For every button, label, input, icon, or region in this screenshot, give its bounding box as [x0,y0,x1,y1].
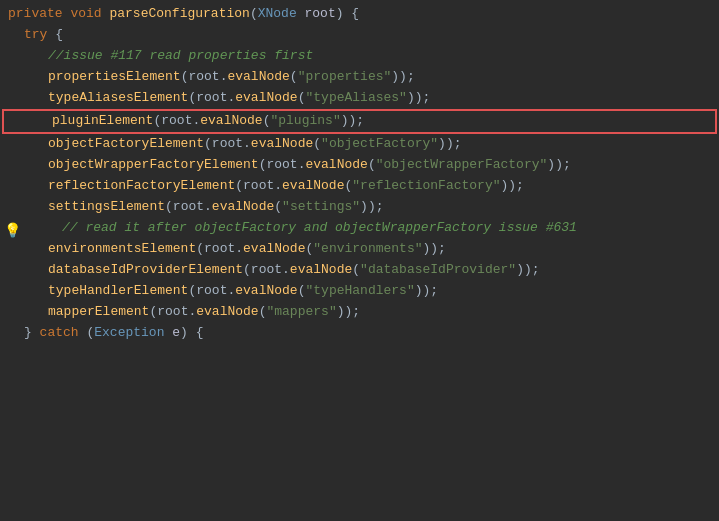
plain-5b: ( [298,88,306,109]
keyword-void: void [70,4,109,25]
method-environmentsElement: environmentsElement [48,239,196,260]
string-reflectionFactory: "reflectionFactory" [352,176,500,197]
code-line-8: objectWrapperFactoryElement(root.evalNod… [0,155,719,176]
plain-6b: ( [263,111,271,132]
method-mapperElement: mapperElement [48,302,149,323]
plain-14c: )); [415,281,438,302]
plain-4c: )); [391,67,414,88]
plain-13b: ( [352,260,360,281]
method-evalNode-9: evalNode [282,176,344,197]
type-exception: Exception [94,323,172,344]
string-databaseIdProvider: "databaseIdProvider" [360,260,516,281]
code-line-16: } catch (Exception e) { [0,323,719,344]
brace-close: } [24,323,40,344]
plain-9b: ( [344,176,352,197]
method-reflectionFactoryElement: reflectionFactoryElement [48,176,235,197]
method-evalNode-4: evalNode [227,67,289,88]
paren-catch-open: ( [86,323,94,344]
code-line-2: try { [0,25,719,46]
method-evalNode-7: evalNode [251,134,313,155]
method-pluginElement: pluginElement [52,111,153,132]
plain-15c: )); [337,302,360,323]
code-editor: private void parseConfiguration(XNode ro… [0,0,719,521]
plain-8a: (root. [259,155,306,176]
param-root: root [305,4,336,25]
string-objectFactory: "objectFactory" [321,134,438,155]
plain-10b: ( [274,197,282,218]
keyword-catch: catch [40,323,87,344]
plain-9a: (root. [235,176,282,197]
plain-15a: (root. [149,302,196,323]
code-line-14: typeHandlerElement(root.evalNode("typeHa… [0,281,719,302]
method-databaseIdProviderElement: databaseIdProviderElement [48,260,243,281]
string-plugins: "plugins" [270,111,340,132]
method-objectFactoryElement: objectFactoryElement [48,134,204,155]
paren-open-1: ( [250,4,258,25]
string-mappers: "mappers" [266,302,336,323]
keyword-private: private [8,4,70,25]
plain-10c: )); [360,197,383,218]
method-objectWrapperFactoryElement: objectWrapperFactoryElement [48,155,259,176]
keyword-try: try [24,25,47,46]
method-settingsElement: settingsElement [48,197,165,218]
plain-15b: ( [259,302,267,323]
code-line-13: databaseIdProviderElement(root.evalNode(… [0,260,719,281]
plain-5a: (root. [188,88,235,109]
method-propertiesElement: propertiesElement [48,67,181,88]
string-environments: "environments" [313,239,422,260]
plain-4b: ( [290,67,298,88]
plain-9c: )); [501,176,524,197]
code-line-15: mapperElement(root.evalNode("mappers")); [0,302,719,323]
string-settings: "settings" [282,197,360,218]
code-line-1: private void parseConfiguration(XNode ro… [0,4,719,25]
method-evalNode-14: evalNode [235,281,297,302]
plain-6a: (root. [153,111,200,132]
method-typeAliasesElement: typeAliasesElement [48,88,188,109]
plain-4a: (root. [181,67,228,88]
method-typeHandlerElement: typeHandlerElement [48,281,188,302]
code-line-10: settingsElement(root.evalNode("settings"… [0,197,719,218]
plain-12c: )); [423,239,446,260]
string-objectWrapperFactory: "objectWrapperFactory" [376,155,548,176]
paren-close-1: ) { [336,4,359,25]
method-evalNode-6: evalNode [200,111,262,132]
plain-13a: (root. [243,260,290,281]
plain-12a: (root. [196,239,243,260]
method-evalNode-12: evalNode [243,239,305,260]
plain-8b: ( [368,155,376,176]
code-line-4: propertiesElement(root.evalNode("propert… [0,67,719,88]
plain-10a: (root. [165,197,212,218]
method-evalNode-15: evalNode [196,302,258,323]
string-properties: "properties" [298,67,392,88]
method-evalNode-13: evalNode [290,260,352,281]
type-XNode: XNode [258,4,305,25]
plain-5c: )); [407,88,430,109]
plain-7b: ( [313,134,321,155]
plain-14b: ( [298,281,306,302]
brace-try: { [47,25,63,46]
comment-117: //issue #117 read properties first [48,46,313,67]
code-line-11: 💡 // read it after objectFactory and obj… [0,218,719,239]
plain-7c: )); [438,134,461,155]
method-parseConfiguration: parseConfiguration [109,4,249,25]
plain-8c: )); [547,155,570,176]
plain-12b: ( [305,239,313,260]
plain-14a: (root. [188,281,235,302]
code-line-6-highlighted: pluginElement(root.evalNode("plugins")); [2,109,717,134]
comment-631: // read it after objectFactory and objec… [62,218,577,239]
method-evalNode-10: evalNode [212,197,274,218]
method-evalNode-5: evalNode [235,88,297,109]
plain-7a: (root. [204,134,251,155]
plain-13c: )); [516,260,539,281]
string-typeHandlers: "typeHandlers" [305,281,414,302]
plain-6c: )); [341,111,364,132]
string-typeAliases: "typeAliases" [305,88,406,109]
paren-catch-close: ) { [180,323,203,344]
code-line-5: typeAliasesElement(root.evalNode("typeAl… [0,88,719,109]
code-line-9: reflectionFactoryElement(root.evalNode("… [0,176,719,197]
param-e: e [172,323,180,344]
code-line-12: environmentsElement(root.evalNode("envir… [0,239,719,260]
method-evalNode-8: evalNode [305,155,367,176]
code-line-7: objectFactoryElement(root.evalNode("obje… [0,134,719,155]
code-line-3: //issue #117 read properties first [0,46,719,67]
